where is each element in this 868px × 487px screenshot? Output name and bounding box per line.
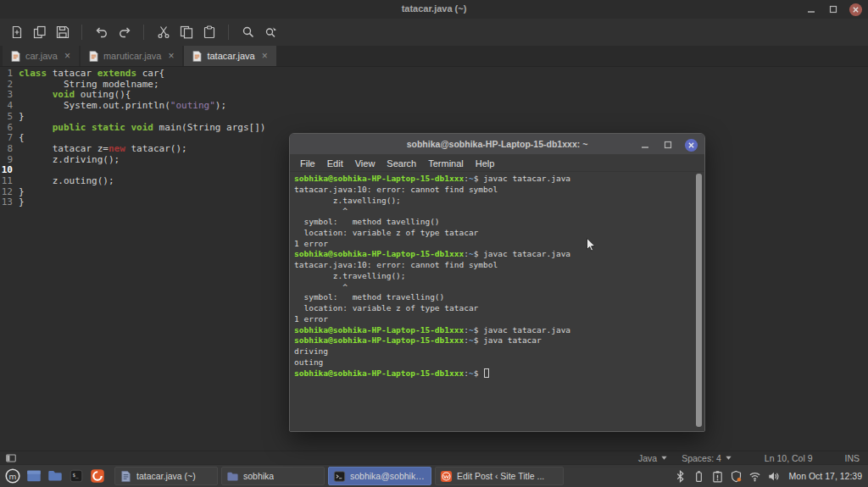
copy-icon bbox=[180, 25, 193, 39]
line-number: 13 bbox=[0, 197, 13, 208]
redo-button[interactable] bbox=[113, 21, 136, 43]
toolbar-separator bbox=[143, 25, 144, 40]
taskbar: m$_ tatacar.java (~)sobhikasobhika@sobhi… bbox=[0, 464, 868, 487]
editor-statusbar: Java Spaces: 4 Ln 10, Col 9 INS bbox=[0, 451, 868, 464]
code-line: 6 public static void main(String args[]) bbox=[0, 123, 868, 134]
open-document-button[interactable] bbox=[28, 21, 51, 43]
cut-icon bbox=[157, 25, 170, 39]
menu-edit[interactable]: Edit bbox=[321, 158, 349, 169]
language-selector[interactable]: Java bbox=[638, 453, 668, 463]
menu-terminal[interactable]: Terminal bbox=[422, 158, 470, 169]
terminal-window: sobhika@sobhika-HP-Laptop-15-db1xxx: ~ F… bbox=[289, 133, 705, 432]
terminal-line: tatacar.java:10: error: cannot find symb… bbox=[294, 185, 693, 196]
browser-button[interactable] bbox=[87, 467, 107, 486]
prompt-dollar: $ bbox=[474, 368, 479, 378]
volume-tray-button[interactable] bbox=[766, 469, 781, 484]
terminal-titlebar[interactable]: sobhika@sobhika-HP-Laptop-15-db1xxx: ~ bbox=[290, 134, 704, 155]
close-button[interactable] bbox=[683, 137, 698, 152]
code-token: "outing" bbox=[170, 100, 215, 111]
menu-button[interactable]: m bbox=[3, 467, 22, 486]
tab-car-java[interactable]: car.java× bbox=[3, 46, 79, 66]
command-text: javac tatacar.java bbox=[483, 325, 570, 335]
terminal-line: sobhika@sobhika-HP-Laptop-15-db1xxx:~$ j… bbox=[294, 325, 693, 336]
menu-file[interactable]: File bbox=[294, 158, 321, 169]
show-desktop-icon bbox=[25, 468, 42, 484]
close-button[interactable] bbox=[848, 2, 863, 17]
maximize-button[interactable] bbox=[826, 2, 841, 17]
save-button[interactable] bbox=[51, 21, 74, 43]
terminal-line: location: variable z of type tatacar bbox=[294, 303, 693, 314]
taskbar-window-tatacar-java[interactable]: tatacar.java (~) bbox=[114, 467, 218, 485]
show-desktop-button[interactable] bbox=[24, 467, 43, 486]
network-wifi-tray-button[interactable] bbox=[748, 469, 762, 484]
code-token: car{ bbox=[136, 68, 164, 79]
terminal-line: sobhika@sobhika-HP-Laptop-15-db1xxx:~$ bbox=[294, 368, 693, 379]
terminal-launcher-icon: $_ bbox=[68, 468, 85, 484]
cut-button[interactable] bbox=[152, 21, 175, 43]
editor-toolbar bbox=[0, 19, 868, 46]
output-text: location: variable z of type tatacar bbox=[294, 228, 478, 237]
taskbar-window-label: tatacar.java (~) bbox=[136, 471, 196, 481]
tab-tatacar-java[interactable]: tatacar.java× bbox=[184, 46, 275, 66]
code-token: tatacar bbox=[47, 68, 97, 79]
command-text: javac tatacar.java bbox=[483, 174, 570, 183]
code-token: z.driving(); bbox=[19, 154, 120, 165]
clock[interactable]: Mon Oct 17, 12:39 bbox=[789, 471, 862, 481]
redo-icon bbox=[118, 25, 131, 39]
output-text: ^ bbox=[294, 282, 348, 291]
code-token: System.out.println( bbox=[19, 100, 170, 111]
code-text: } bbox=[19, 197, 25, 208]
editor-window-controls bbox=[804, 2, 863, 17]
maximize-button[interactable] bbox=[660, 137, 676, 152]
code-text: z.driving(); bbox=[19, 155, 120, 166]
files-button[interactable] bbox=[45, 467, 64, 486]
editor-titlebar: tatacar.java (~) bbox=[0, 0, 868, 19]
find-replace-button[interactable] bbox=[259, 21, 282, 43]
bluetooth-tray-button[interactable] bbox=[673, 469, 687, 484]
minimize-button[interactable] bbox=[637, 137, 653, 152]
terminal-body[interactable]: sobhika@sobhika-HP-Laptop-15-db1xxx:~$ j… bbox=[290, 172, 704, 431]
terminal-window-controls bbox=[637, 137, 698, 152]
menu-help[interactable]: Help bbox=[470, 158, 501, 169]
find-button[interactable] bbox=[236, 21, 259, 43]
menu-icon: m bbox=[4, 468, 21, 484]
terminal-line: z.travelling(); bbox=[294, 271, 693, 282]
battery-tray-button[interactable] bbox=[692, 469, 706, 484]
shield-update-icon bbox=[730, 470, 743, 483]
prompt-user: sobhika@sobhika-HP-Laptop-15-db1xxx bbox=[294, 325, 464, 335]
terminal-line: sobhika@sobhika-HP-Laptop-15-db1xxx:~$ j… bbox=[294, 174, 693, 185]
prompt-user: sobhika@sobhika-HP-Laptop-15-db1xxx bbox=[294, 335, 464, 345]
statusbar-right: Java Spaces: 4 Ln 10, Col 9 INS bbox=[638, 453, 860, 463]
output-text: z.tavelling(); bbox=[294, 196, 401, 205]
spaces-selector[interactable]: Spaces: 4 bbox=[682, 453, 732, 463]
minimize-button[interactable] bbox=[804, 2, 819, 17]
scrollbar-thumb[interactable] bbox=[696, 174, 702, 427]
menu-view[interactable]: View bbox=[349, 158, 381, 169]
paste-button[interactable] bbox=[198, 21, 220, 43]
taskbar-window-sobhika[interactable]: sobhika bbox=[221, 467, 325, 485]
output-text: tatacar.java:10: error: cannot find symb… bbox=[294, 185, 498, 194]
menu-search[interactable]: Search bbox=[381, 158, 422, 169]
taskbar-window-edit-post-site-title[interactable]: Edit Post ‹ Site Title ... bbox=[435, 467, 564, 485]
taskbar-window-sobhika-sobhika-h[interactable]: sobhika@sobhika-H... bbox=[328, 467, 431, 485]
code-token: outing(){ bbox=[75, 89, 131, 100]
code-line: 4 System.out.println("outing"); bbox=[0, 101, 868, 112]
bottom-panel-toggle-button[interactable] bbox=[5, 452, 17, 464]
line-number: 5 bbox=[0, 112, 13, 123]
undo-button[interactable] bbox=[90, 21, 113, 43]
copy-button[interactable] bbox=[175, 21, 198, 43]
code-token: main(String args[]) bbox=[153, 122, 265, 133]
terminal-line: 1 error bbox=[294, 314, 693, 325]
new-document-icon bbox=[10, 25, 24, 39]
terminal-launcher-button[interactable]: $_ bbox=[66, 467, 86, 486]
clipboard-alert-tray-button[interactable] bbox=[710, 469, 725, 484]
battery-icon bbox=[693, 470, 705, 483]
new-document-button[interactable] bbox=[5, 21, 28, 43]
tab-close-icon[interactable]: × bbox=[262, 52, 268, 60]
tab-close-icon[interactable]: × bbox=[168, 52, 174, 60]
tab-maruticar-java[interactable]: maruticar.java× bbox=[81, 46, 183, 66]
shield-update-tray-button[interactable] bbox=[729, 469, 743, 484]
code-token: ); bbox=[215, 100, 226, 111]
tab-close-icon[interactable]: × bbox=[64, 52, 70, 60]
terminal-scrollbar[interactable] bbox=[696, 174, 703, 429]
